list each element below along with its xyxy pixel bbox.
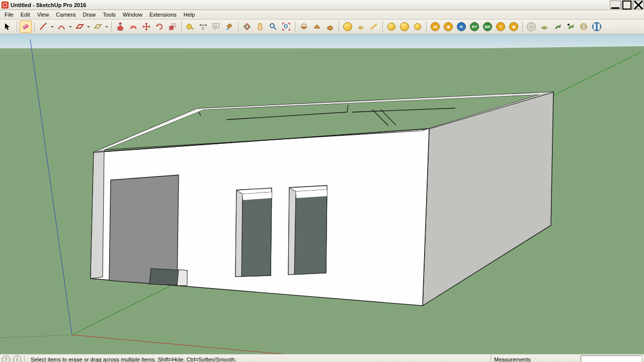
svg-point-6 (187, 24, 192, 29)
tape-tool[interactable] (184, 21, 196, 33)
ext-x[interactable]: ○ (525, 21, 537, 33)
ext-rt[interactable]: RT (468, 21, 480, 33)
view-iso[interactable] (342, 21, 354, 33)
maximize-button[interactable] (621, 1, 632, 9)
offset-tool[interactable] (127, 21, 139, 33)
zoom-extents-tool[interactable] (280, 21, 292, 33)
ext-m[interactable]: M (429, 21, 441, 33)
pan-tool[interactable] (254, 21, 266, 33)
toolbar-separator (295, 21, 295, 32)
menu-edit[interactable]: Edit (17, 11, 34, 19)
close-button[interactable] (633, 1, 644, 9)
scale-tool[interactable] (167, 21, 179, 33)
titlebar: Untitled - SketchUp Pro 2016 (0, 0, 644, 10)
rotate-tool[interactable] (153, 21, 166, 33)
viewport-3d[interactable] (0, 34, 644, 354)
ext-b[interactable] (578, 21, 590, 33)
rectangle-tool[interactable] (73, 21, 86, 33)
view-top[interactable] (355, 21, 367, 33)
ext-d[interactable]: ◆ (508, 21, 520, 33)
select-tool[interactable] (2, 21, 14, 33)
ext-q[interactable]: ? (495, 21, 507, 33)
menu-help[interactable]: Help (180, 11, 199, 19)
eraser-tool[interactable] (20, 21, 32, 33)
measurements-label: Measurements (494, 356, 531, 363)
help-icon[interactable]: ? (2, 355, 10, 363)
ext-r[interactable]: R (455, 21, 467, 33)
orbit-tool[interactable] (241, 21, 253, 33)
measurements-box: Measurements (491, 354, 578, 362)
svg-text:3': 3' (202, 27, 204, 30)
menu-window[interactable]: Window (119, 11, 146, 19)
menu-file[interactable]: File (1, 11, 17, 19)
zoom-tool[interactable] (267, 21, 279, 33)
pushpull-tool[interactable] (114, 21, 126, 33)
ext-br[interactable]: BR (481, 21, 494, 33)
svg-rect-18 (598, 24, 600, 30)
svg-rect-19 (0, 34, 644, 48)
toolbar-separator (111, 21, 112, 32)
svg-point-10 (226, 28, 228, 30)
menu-camera[interactable]: Camera (52, 11, 79, 19)
statusbar: ? i Select items to erase or drag across… (0, 354, 644, 362)
svg-marker-50 (288, 188, 296, 275)
circle-tool-dropdown[interactable] (105, 25, 109, 29)
move-tool[interactable] (140, 21, 152, 33)
svg-point-16 (581, 24, 587, 30)
toolbar-separator (34, 21, 35, 32)
svg-marker-41 (109, 175, 179, 286)
view-front[interactable] (368, 21, 380, 33)
ext-y[interactable] (538, 21, 550, 33)
ext-pause[interactable] (591, 21, 603, 33)
toolbar-separator (181, 21, 182, 32)
svg-point-14 (284, 25, 287, 28)
svg-text:A1: A1 (214, 24, 218, 27)
svg-point-11 (244, 25, 250, 28)
ext-z[interactable] (551, 21, 564, 33)
svg-marker-43 (177, 269, 187, 286)
svg-marker-49 (294, 190, 327, 275)
ext-a[interactable] (565, 21, 577, 33)
toolbar-separator (382, 21, 383, 32)
svg-rect-1 (623, 1, 631, 9)
status-hint: Select items to erase or drag across mul… (28, 356, 488, 363)
view-right[interactable] (385, 21, 397, 33)
info-icon[interactable]: i (13, 355, 21, 363)
paint-tool[interactable] (223, 21, 235, 33)
toolbar-separator (522, 21, 523, 32)
measurements-input[interactable] (581, 355, 642, 363)
view-left[interactable] (412, 21, 424, 33)
sun-tool[interactable] (311, 21, 323, 33)
toolbar-separator (426, 21, 427, 32)
toolbar-separator (17, 21, 17, 32)
toolbar: 3' A1 (0, 20, 644, 34)
app-icon (2, 2, 9, 9)
view-back[interactable] (398, 21, 411, 33)
svg-marker-45 (242, 192, 272, 277)
menu-draw[interactable]: Draw (79, 11, 99, 19)
toolbar-separator (238, 21, 238, 32)
menu-tools[interactable]: Tools (99, 11, 119, 19)
svg-point-13 (270, 24, 274, 28)
svg-rect-17 (594, 24, 596, 30)
minimize-button[interactable] (610, 1, 621, 9)
svg-point-12 (246, 24, 249, 30)
menu-view[interactable]: View (34, 11, 53, 19)
arc-tool[interactable] (55, 21, 67, 33)
svg-point-15 (568, 24, 570, 26)
circle-tool[interactable] (92, 21, 104, 33)
ext-i[interactable]: ◆ (442, 21, 454, 33)
toolbar-separator (339, 21, 339, 32)
line-tool[interactable] (37, 21, 49, 33)
section-tool[interactable] (298, 21, 310, 33)
shadow-tool[interactable] (324, 21, 336, 33)
menubar: File Edit View Camera Draw Tools Window … (0, 10, 644, 20)
arc-tool-dropdown[interactable] (68, 25, 72, 29)
shape-tool-dropdown[interactable] (87, 25, 91, 29)
svg-marker-46 (235, 190, 243, 277)
dimension-tool[interactable]: 3' (197, 21, 209, 33)
line-tool-dropdown[interactable] (50, 25, 54, 29)
menu-extensions[interactable]: Extensions (146, 11, 180, 19)
text-tool[interactable]: A1 (210, 21, 222, 33)
statusbar-separator (24, 356, 25, 363)
